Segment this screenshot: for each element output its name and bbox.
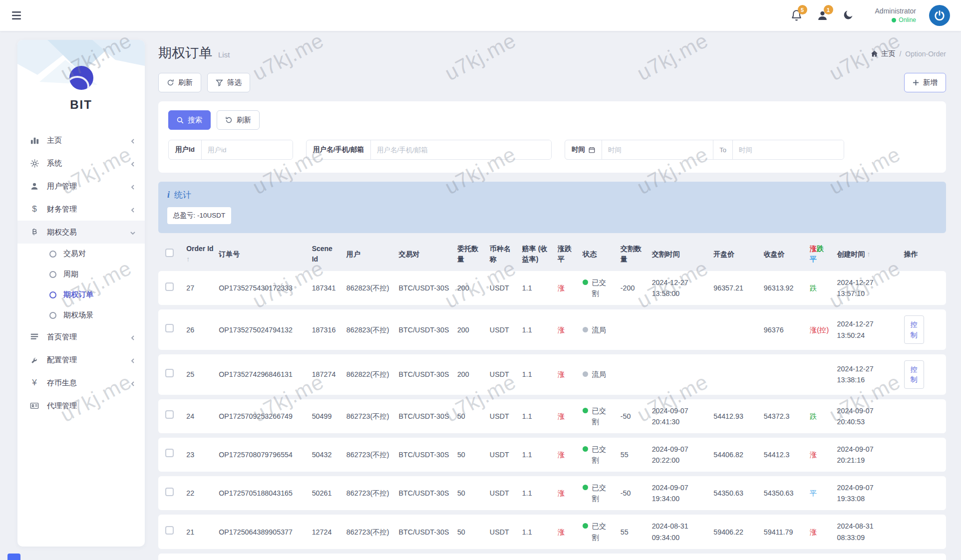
search-button[interactable]: 搜索 xyxy=(168,110,211,130)
row-checkbox[interactable] xyxy=(165,282,174,291)
sidebar-item-options-trading[interactable]: 期权交易 xyxy=(17,221,145,244)
cell-scene-id: 187341 xyxy=(308,271,342,305)
breadcrumb-home-link[interactable]: 主页 xyxy=(871,49,895,58)
user-id-input[interactable] xyxy=(202,140,293,159)
chevron-left-icon xyxy=(130,357,136,363)
cell-coin: USDT xyxy=(486,515,518,549)
home-icon xyxy=(871,50,878,57)
status-dot xyxy=(583,280,588,285)
row-checkbox[interactable] xyxy=(165,369,174,377)
hamburger-menu-icon[interactable] xyxy=(11,9,23,21)
statistics-panel: i 统计 总盈亏: -10USDT xyxy=(158,182,946,233)
cell-pair: BTC/USDT-30S xyxy=(395,271,453,305)
calendar-icon xyxy=(589,147,595,153)
corner-chip xyxy=(7,554,20,560)
sidebar-item-home[interactable]: 主页 xyxy=(17,129,145,152)
cell-user: 862823(不控) xyxy=(342,309,395,350)
breadcrumb-current: Option-Order xyxy=(905,50,946,58)
id-card-icon xyxy=(29,401,39,411)
cell-status: 已交割 xyxy=(579,515,616,549)
sidebar-subitem-periods[interactable]: 周期 xyxy=(17,264,145,284)
cell-open-price: 54406.82 xyxy=(709,438,760,472)
sidebar-item-agents[interactable]: 代理管理 xyxy=(17,394,145,417)
col-action: 操作 xyxy=(900,242,946,267)
sidebar-subitem-option-scenes[interactable]: 期权场景 xyxy=(17,305,145,325)
reset-button[interactable]: 刷新 xyxy=(217,110,260,130)
cell-action: 控制 xyxy=(900,309,946,350)
time-end-input[interactable] xyxy=(733,140,844,159)
time-start-input[interactable] xyxy=(602,140,713,159)
status-dot xyxy=(583,485,588,490)
sidebar-item-system[interactable]: 系统 xyxy=(17,152,145,175)
row-checkbox[interactable] xyxy=(165,449,174,457)
row-checkbox[interactable] xyxy=(165,324,174,332)
sidebar-item-homepage-mgmt[interactable]: 首页管理 xyxy=(17,325,145,348)
cell-close-price: 54412.3 xyxy=(760,438,806,472)
row-checkbox[interactable] xyxy=(165,410,174,419)
dark-mode-moon-icon[interactable] xyxy=(842,9,855,22)
refresh-button[interactable]: 刷新 xyxy=(158,73,201,92)
cell-result: 涨(控) xyxy=(806,309,833,350)
table-row: 20 OP1724853234759693 344 862724(不控) BTC… xyxy=(158,554,946,560)
cell-order-id: 27 xyxy=(182,271,215,305)
cell-action xyxy=(900,554,946,560)
cell-direction: 涨 xyxy=(554,309,579,350)
row-checkbox[interactable] xyxy=(165,488,174,496)
cell-action xyxy=(900,476,946,510)
col-pair: 交易对 xyxy=(395,242,453,267)
cell-odds: 1.1 xyxy=(518,515,554,549)
sidebar-subitem-option-orders[interactable]: 期权订单 xyxy=(17,284,145,305)
cell-pair: BTC/USDT-30S xyxy=(395,309,453,350)
cell-amount: 50 xyxy=(453,438,486,472)
cell-open-price: 54412.93 xyxy=(709,399,760,433)
cell-created: 2024-09-07 19:33:08 xyxy=(833,476,900,510)
cell-created: 2024-08-31 08:33:09 xyxy=(833,515,900,549)
cell-settle-time xyxy=(648,309,710,350)
circle-icon xyxy=(49,251,56,258)
add-button[interactable]: 新增 xyxy=(904,73,946,92)
breadcrumb-separator: / xyxy=(899,50,901,58)
cell-user: 862822(不控) xyxy=(342,354,395,395)
col-settle-amount: 交割数量 xyxy=(617,242,648,267)
cell-scene-id: 187274 xyxy=(308,354,342,395)
cell-status: 已交割 xyxy=(579,271,616,305)
sidebar-subitem-trading-pairs[interactable]: 交易对 xyxy=(17,244,145,264)
filter-button[interactable]: 筛选 xyxy=(207,73,250,92)
yen-icon: ¥ xyxy=(29,378,39,388)
col-settle-time: 交割时间 xyxy=(648,242,710,267)
topbar: 5 1 Administrator Online xyxy=(0,0,961,31)
cell-amount: 50 xyxy=(453,399,486,433)
cell-created: 2024-12-27 13:38:16 xyxy=(833,354,900,395)
col-order-id[interactable]: Order Id↑ xyxy=(182,242,215,267)
chevron-left-icon xyxy=(130,137,136,143)
notifications-bell-icon[interactable]: 5 xyxy=(790,9,803,22)
logout-power-button[interactable] xyxy=(929,5,950,26)
cell-odds: 1.1 xyxy=(518,271,554,305)
cell-order-no: OP1735275024794132 xyxy=(215,309,308,350)
orders-table: Order Id↑ 订单号 Scene Id 用户 交易对 委托数量 币种名称 … xyxy=(158,237,946,560)
cell-result: 跌 xyxy=(806,271,833,305)
cell-coin: USDT xyxy=(486,438,518,472)
control-button[interactable]: 控制 xyxy=(904,360,924,389)
sidebar-item-users[interactable]: 用户管理 xyxy=(17,175,145,198)
user-requests-icon[interactable]: 1 xyxy=(816,9,829,22)
cell-order-no: OP1725064389905377 xyxy=(215,515,308,549)
sidebar-item-staking[interactable]: ¥ 存币生息 xyxy=(17,371,145,394)
sidebar-item-finance[interactable]: $ 财务管理 xyxy=(17,198,145,221)
col-created[interactable]: 创建时间 ↑ xyxy=(833,242,900,267)
cell-odds: 1.1 xyxy=(518,554,554,560)
cell-order-no: OP1725709253266749 xyxy=(215,399,308,433)
user-name-input[interactable] xyxy=(371,140,551,159)
sidebar-item-config[interactable]: 配置管理 xyxy=(17,348,145,371)
select-all-checkbox[interactable] xyxy=(165,249,174,257)
user-icon xyxy=(29,181,39,191)
col-coin: 币种名称 xyxy=(486,242,518,267)
list-icon xyxy=(29,332,39,342)
cell-settle-amount: 55 xyxy=(617,438,648,472)
cell-close-price: 54372.3 xyxy=(760,399,806,433)
cell-status: 流局 xyxy=(579,309,616,350)
control-button[interactable]: 控制 xyxy=(904,315,924,344)
cell-result: 跌 xyxy=(806,554,833,560)
time-filter: 时间 To xyxy=(565,140,844,160)
row-checkbox[interactable] xyxy=(165,526,174,535)
